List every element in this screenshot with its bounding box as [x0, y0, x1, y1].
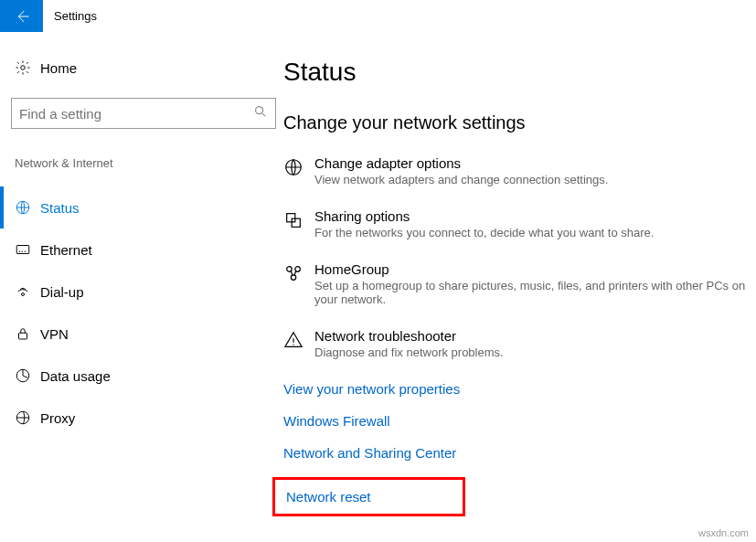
- back-button[interactable]: [0, 0, 43, 32]
- datausage-icon: [15, 367, 40, 384]
- search-box[interactable]: [11, 98, 276, 129]
- option-title: HomeGroup: [314, 261, 747, 277]
- sidebar: Home Network & Internet Status Ethernet …: [0, 32, 283, 533]
- link-network-reset[interactable]: Network reset: [272, 477, 465, 516]
- option-change-adapter[interactable]: Change adapter options View network adap…: [283, 155, 747, 186]
- proxy-icon: [15, 409, 40, 426]
- window-title: Settings: [54, 9, 97, 23]
- search-input[interactable]: [19, 106, 253, 122]
- nav-label: Status: [40, 200, 80, 216]
- title-bar: Settings: [0, 0, 756, 32]
- sharing-icon: [283, 208, 314, 239]
- main-content: Status Change your network settings Chan…: [283, 32, 756, 533]
- option-title: Network troubleshooter: [314, 328, 747, 344]
- search-icon: [253, 104, 268, 122]
- svg-point-13: [291, 275, 296, 281]
- home-label: Home: [40, 60, 77, 76]
- watermark: wsxdn.com: [698, 527, 749, 538]
- option-title: Sharing options: [314, 208, 747, 224]
- option-desc: View network adapters and change connect…: [314, 173, 747, 186]
- svg-point-4: [22, 293, 25, 296]
- dialup-icon: [15, 283, 40, 300]
- nav-label: Data usage: [40, 368, 111, 384]
- category-header: Network & Internet: [11, 156, 272, 170]
- vpn-icon: [15, 325, 40, 342]
- link-windows-firewall[interactable]: Windows Firewall: [283, 413, 747, 429]
- svg-rect-3: [16, 246, 29, 254]
- globe-icon: [283, 155, 314, 186]
- home-button[interactable]: Home: [11, 52, 272, 83]
- svg-rect-5: [19, 333, 27, 339]
- warning-icon: [283, 328, 314, 359]
- svg-point-1: [256, 107, 263, 114]
- svg-point-0: [21, 66, 26, 70]
- arrow-left-icon: [14, 8, 30, 25]
- sidebar-item-ethernet[interactable]: Ethernet: [11, 228, 272, 271]
- nav-label: Ethernet: [40, 242, 92, 258]
- gear-icon: [15, 59, 40, 76]
- page-title: Status: [283, 58, 747, 87]
- sidebar-item-dialup[interactable]: Dial-up: [11, 271, 272, 313]
- option-homegroup[interactable]: HomeGroup Set up a homegroup to share pi…: [283, 261, 747, 306]
- nav-label: Dial-up: [40, 284, 84, 300]
- section-title: Change your network settings: [283, 112, 747, 133]
- option-desc: Set up a homegroup to share pictures, mu…: [314, 279, 747, 306]
- nav-label: Proxy: [40, 410, 75, 426]
- sidebar-item-vpn[interactable]: VPN: [11, 313, 272, 355]
- option-desc: For the networks you connect to, decide …: [314, 226, 747, 239]
- sidebar-item-proxy[interactable]: Proxy: [11, 397, 272, 439]
- homegroup-icon: [283, 261, 314, 306]
- option-title: Change adapter options: [314, 155, 747, 171]
- ethernet-icon: [15, 241, 40, 258]
- option-troubleshooter[interactable]: Network troubleshooter Diagnose and fix …: [283, 328, 747, 359]
- svg-rect-10: [292, 218, 300, 227]
- svg-rect-9: [287, 214, 295, 222]
- sidebar-item-status[interactable]: Status: [11, 186, 272, 228]
- status-icon: [15, 199, 40, 216]
- option-desc: Diagnose and fix network problems.: [314, 345, 747, 359]
- option-sharing[interactable]: Sharing options For the networks you con…: [283, 208, 747, 239]
- link-network-sharing-center[interactable]: Network and Sharing Center: [283, 445, 747, 461]
- nav-label: VPN: [40, 326, 69, 342]
- link-view-properties[interactable]: View your network properties: [283, 381, 747, 397]
- sidebar-item-datausage[interactable]: Data usage: [11, 355, 272, 397]
